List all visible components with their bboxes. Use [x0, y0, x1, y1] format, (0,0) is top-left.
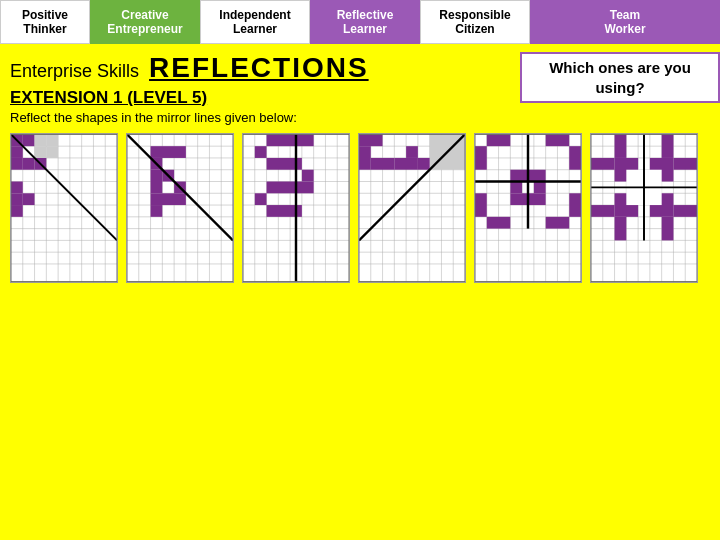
svg-rect-118 [406, 146, 418, 158]
main-content: Which ones are you using? Enterprise Ski… [0, 44, 720, 540]
tab-creative-entrepreneur[interactable]: Creative Entrepreneur [90, 0, 200, 44]
svg-rect-189 [591, 205, 615, 217]
svg-rect-115 [359, 134, 383, 146]
svg-rect-147 [487, 217, 511, 229]
svg-rect-181 [673, 158, 697, 170]
svg-rect-30 [35, 134, 47, 146]
svg-rect-149 [546, 217, 570, 229]
svg-rect-0 [11, 134, 117, 281]
tab-team-worker[interactable]: Team Worker [530, 0, 720, 44]
tab-independent-learner-label: Independent Learner [219, 8, 290, 37]
tab-positive-thinker-label: Positive Thinker [22, 8, 68, 37]
svg-rect-31 [46, 134, 58, 146]
svg-rect-146 [569, 146, 581, 170]
svg-rect-187 [615, 217, 627, 241]
svg-rect-86 [255, 146, 267, 158]
top-navigation: Positive Thinker Creative Entrepreneur I… [0, 0, 720, 44]
svg-rect-28 [23, 193, 35, 205]
svg-rect-23 [11, 158, 23, 170]
svg-rect-144 [475, 146, 487, 170]
svg-rect-145 [546, 134, 570, 146]
svg-rect-120 [418, 158, 430, 170]
svg-rect-116 [359, 146, 371, 170]
tab-team-worker-label: Team Worker [604, 8, 645, 37]
tab-creative-entrepreneur-label: Creative Entrepreneur [107, 8, 182, 37]
svg-rect-190 [673, 205, 697, 217]
svg-rect-21 [23, 134, 35, 146]
svg-rect-62 [151, 205, 163, 217]
svg-rect-56 [151, 146, 186, 158]
grid-2 [126, 133, 234, 283]
grid-6 [590, 133, 698, 283]
tab-responsible-citizen-label: Responsible Citizen [439, 8, 510, 37]
reflect-instruction: Reflect the shapes in the mirror lines g… [10, 110, 710, 125]
svg-rect-153 [534, 182, 546, 194]
svg-rect-22 [11, 146, 23, 158]
svg-rect-33 [46, 146, 58, 158]
svg-rect-58 [151, 170, 163, 194]
grid-5 [474, 133, 582, 283]
svg-rect-119 [394, 158, 418, 170]
svg-rect-152 [510, 182, 522, 194]
which-ones-box: Which ones are you using? [520, 52, 720, 103]
svg-rect-26 [11, 182, 23, 194]
svg-rect-117 [371, 158, 395, 170]
svg-rect-180 [591, 158, 615, 170]
svg-rect-178 [615, 134, 627, 158]
grids-row [10, 133, 710, 283]
tab-positive-thinker[interactable]: Positive Thinker [0, 0, 90, 44]
tab-reflective-learner-label: Reflective Learner [337, 8, 394, 37]
svg-rect-24 [23, 158, 35, 170]
svg-rect-179 [662, 134, 674, 158]
svg-rect-188 [662, 217, 674, 241]
enterprise-skills-label: Enterprise Skills [10, 61, 139, 82]
svg-rect-150 [569, 193, 581, 217]
svg-rect-32 [35, 146, 47, 158]
tab-independent-learner[interactable]: Independent Learner [200, 0, 310, 44]
grid-3 [242, 133, 350, 283]
svg-rect-148 [475, 193, 487, 217]
svg-rect-90 [255, 193, 267, 205]
grid-4 [358, 133, 466, 283]
tab-reflective-learner[interactable]: Reflective Learner [310, 0, 420, 44]
svg-rect-85 [267, 134, 314, 146]
svg-rect-29 [11, 205, 23, 217]
svg-rect-27 [11, 193, 23, 205]
svg-rect-60 [151, 193, 186, 205]
tab-responsible-citizen[interactable]: Responsible Citizen [420, 0, 530, 44]
svg-rect-143 [487, 134, 511, 146]
reflections-title: REFLECTIONS [149, 52, 369, 84]
which-ones-text: Which ones are you using? [549, 59, 691, 96]
svg-rect-89 [267, 182, 314, 194]
grid-1 [10, 133, 118, 283]
svg-rect-88 [302, 170, 314, 182]
